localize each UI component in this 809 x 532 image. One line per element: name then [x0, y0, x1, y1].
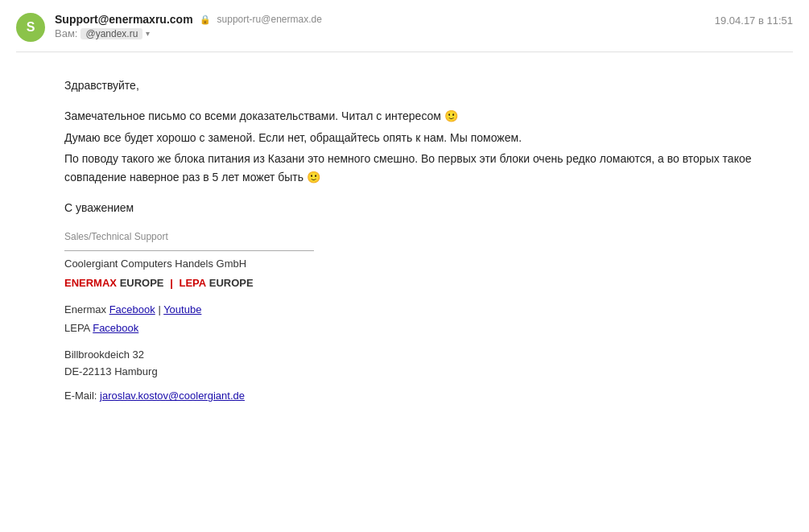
email-label: E-Mail: — [64, 390, 97, 402]
sign-off: С уважением — [64, 199, 777, 217]
sender-block: S Support@enermaxru.com 🔒 support-ru@ene… — [16, 13, 322, 42]
signature-role: Sales/Technical Support — [64, 229, 777, 245]
recipient-address: @yandex.ru — [80, 28, 142, 39]
email-container: S Support@enermaxru.com 🔒 support-ru@ene… — [0, 0, 809, 437]
links-line-lepa: LEPA Facebook — [64, 320, 777, 337]
greeting: Здравствуйте, — [64, 76, 777, 94]
recipient-label: Вам: — [55, 27, 77, 39]
timestamp: 19.04.17 в 11:51 — [715, 13, 793, 27]
lepa-label: LEPA — [64, 322, 90, 334]
enermax-label: Enermax — [64, 303, 106, 315]
company-name: Coolergiant Computers Handels GmbH — [64, 256, 777, 273]
brand-enermax: ENERMAX — [64, 277, 117, 289]
brand-line: ENERMAX EUROPE | LEPA EUROPE — [64, 275, 777, 292]
sender-name: Support@enermaxru.com — [55, 13, 193, 26]
email-link-line: E-Mail: jaroslav.kostov@coolergiant.de — [64, 388, 777, 405]
paragraph2: Думаю все будет хорошо с заменой. Если н… — [64, 129, 777, 146]
address-line2: DE-22113 Hamburg — [64, 364, 777, 381]
address-block: Billbrookdeich 32 DE-22113 Hamburg — [64, 347, 777, 381]
email-address-link[interactable]: jaroslav.kostov@coolergiant.de — [100, 390, 245, 402]
sender-info: Support@enermaxru.com 🔒 support-ru@enerm… — [55, 13, 322, 39]
brand-europe2: EUROPE — [209, 277, 254, 289]
enermax-youtube-link[interactable]: Youtube — [163, 303, 201, 315]
lock-icon: 🔒 — [200, 14, 211, 25]
email-header: S Support@enermaxru.com 🔒 support-ru@ene… — [16, 13, 793, 52]
avatar: S — [16, 13, 45, 42]
address-line1: Billbrookdeich 32 — [64, 347, 777, 364]
recipient-row: Вам: @yandex.ru ▾ — [55, 27, 322, 39]
brand-lepa: LEPA — [179, 277, 206, 289]
brand-separator: | — [170, 277, 173, 289]
paragraph1: Замечательное письмо со всеми доказатель… — [64, 107, 777, 125]
email-body: Здравствуйте, Замечательное письмо со вс… — [16, 52, 793, 421]
lepa-facebook-link[interactable]: Facebook — [93, 322, 138, 334]
sender-name-row: Support@enermaxru.com 🔒 support-ru@enerm… — [55, 13, 322, 26]
brand-europe1: EUROPE — [120, 277, 164, 289]
paragraph3: По поводу такого же блока питания из Каз… — [64, 150, 777, 186]
enermax-facebook-link[interactable]: Facebook — [109, 303, 155, 315]
signature-divider — [64, 250, 314, 251]
signature-block: Sales/Technical Support Coolergiant Comp… — [64, 229, 777, 405]
links-line-enermax: Enermax Facebook | Youtube — [64, 302, 777, 319]
sender-email-alt: support-ru@enermax.de — [217, 14, 322, 25]
chevron-down-icon[interactable]: ▾ — [146, 29, 150, 38]
